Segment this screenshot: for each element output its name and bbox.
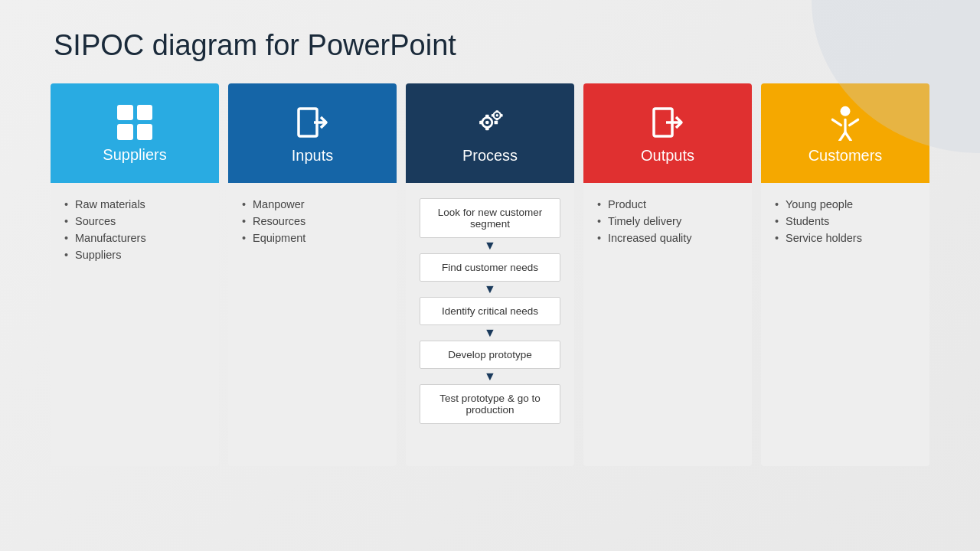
outputs-list: Product Timely delivery Increased qualit… [597,198,738,244]
svg-line-18 [850,119,858,125]
column-customers: Customers Young people Students Service … [761,83,929,466]
grid-icon [117,105,152,140]
svg-rect-7 [495,120,498,124]
list-item: Timely delivery [597,215,738,227]
suppliers-list: Raw materials Sources Manufacturers Supp… [64,198,205,261]
customers-body: Young people Students Service holders [761,183,929,466]
inputs-label: Inputs [292,147,333,165]
outputs-label: Outputs [641,147,694,165]
svg-point-9 [496,114,498,116]
page-title: SIPOC diagram for PowerPoint [0,0,980,83]
list-item: Equipment [242,232,383,244]
arrow-2: ▼ [484,283,496,295]
outputs-body: Product Timely delivery Increased qualit… [583,183,752,466]
list-item: Raw materials [64,198,205,210]
list-item: Students [775,215,916,227]
list-item: Increased quality [597,232,738,244]
column-suppliers: Suppliers Raw materials Sources Manufact… [51,83,219,466]
process-step-3: Identify critical needs [420,297,560,325]
list-item: Young people [775,198,916,210]
process-step-2: Find customer needs [420,253,560,282]
list-item: Product [597,198,738,210]
gears-icon [472,104,508,141]
process-step-4: Develop prototype [420,341,560,369]
process-label: Process [462,147,518,165]
process-step-5: Test prototype & go to production [420,384,560,424]
inputs-body: Manpower Resources Equipment [228,183,397,466]
svg-rect-11 [495,118,498,120]
svg-line-17 [832,119,841,125]
list-item: Sources [64,215,205,227]
outputs-header: Outputs [583,83,752,183]
list-item: Manpower [242,198,383,210]
svg-line-20 [840,132,845,140]
arrow-in-icon [294,104,331,141]
list-item: Manufacturers [64,232,205,244]
process-body: Look for new customer segment ▼ Find cus… [406,183,574,466]
column-outputs: Outputs Product Timely delivery Increase… [583,83,752,466]
suppliers-label: Suppliers [103,146,166,164]
customers-label: Customers [808,147,883,165]
process-header: Process [406,83,574,183]
svg-rect-10 [495,110,498,112]
suppliers-header: Suppliers [51,83,219,183]
process-steps: Look for new customer segment ▼ Find cus… [420,198,560,424]
customers-list: Young people Students Service holders [775,198,916,244]
list-item: Resources [242,215,383,227]
svg-point-3 [485,120,489,124]
svg-rect-6 [479,120,483,124]
arrow-1: ▼ [484,240,496,252]
inputs-header: Inputs [228,83,397,183]
svg-point-16 [841,106,851,116]
inputs-list: Manpower Resources Equipment [242,198,383,244]
column-process: Process Look for new customer segment ▼ … [406,83,574,466]
svg-rect-12 [492,113,494,116]
list-item: Suppliers [64,249,205,261]
arrow-out-icon [649,104,686,141]
process-step-1: Look for new customer segment [420,198,560,238]
svg-rect-4 [485,114,489,118]
column-inputs: Inputs Manpower Resources Equipment [228,83,397,466]
customers-header: Customers [761,83,929,183]
svg-rect-5 [485,126,489,130]
arrow-3: ▼ [484,327,496,339]
diagram: Suppliers Raw materials Sources Manufact… [0,83,980,466]
svg-rect-13 [501,113,503,116]
suppliers-body: Raw materials Sources Manufacturers Supp… [51,183,219,466]
list-item: Service holders [775,232,916,244]
svg-line-21 [845,132,851,140]
person-icon [827,104,864,141]
arrow-4: ▼ [484,370,496,383]
